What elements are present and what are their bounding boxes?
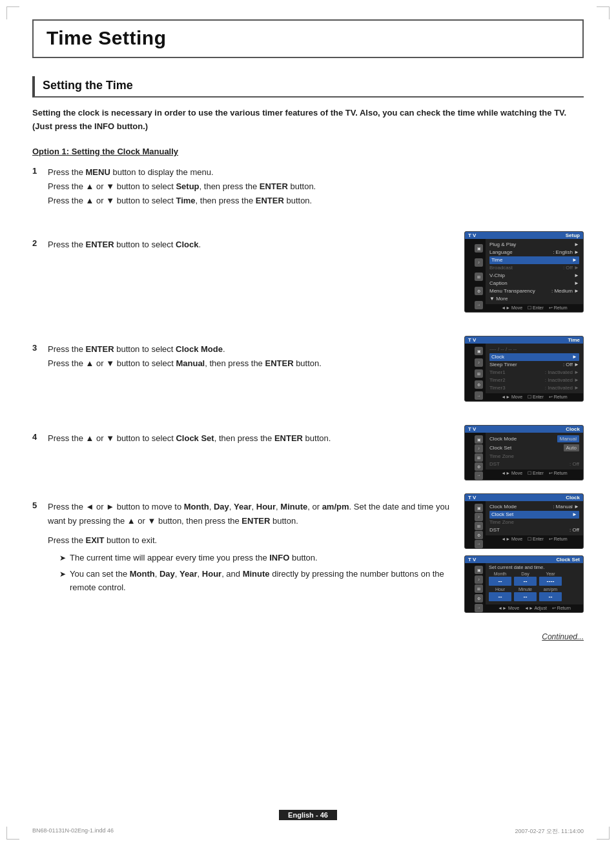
side-icon-i4: → [475, 540, 483, 548]
input-hour: -- [489, 592, 511, 601]
menu-row-clockmode2: Clock Mode: Manual ► [489, 503, 579, 511]
side-icon-i2: → [475, 391, 483, 400]
lang-page-box: English - 46 [279, 810, 337, 820]
side-icon-s3: ♪ [475, 444, 483, 453]
step-2-images: T V Setup ▣ ♪ ⊞ ⚙ → Plug & [464, 231, 584, 315]
step-2-content: Press the ENTER button to select Clock. [48, 238, 458, 252]
bullet-1: ➤ The current time will appear every tim… [59, 552, 458, 565]
step-4-images: T V Clock ▣ ♪ ⊞ ⚙ → [464, 425, 584, 483]
menu-row-caption: Caption► [489, 280, 579, 287]
bottom-lang: English [288, 811, 314, 819]
tv-clockset-left: T V [468, 557, 476, 562]
step-3-row: 3 Press the ENTER button to select Clock… [32, 342, 584, 404]
step-1-number: 1 [32, 166, 48, 176]
continued-text: Continued... [32, 632, 584, 641]
step-4-content: Press the ▲ or ▼ button to select Clock … [48, 431, 458, 446]
step-4-number: 4 [32, 432, 48, 442]
step-1-row: 1 Press the MENU button to display the m… [32, 165, 584, 208]
tv-menu-clock2: T V Clock ▣ ♪ ⊞ ⚙ → Clock [464, 493, 584, 549]
corner-tl [6, 6, 19, 19]
tv-time-footer: ◄► Move ☐ Enter ↩ Return [486, 393, 583, 401]
menu-row-time: Time► [489, 256, 579, 264]
tv-setup-footer: ◄► Move ☐ Enter ↩ Return [486, 304, 583, 312]
side-icon-se4: ⚙ [475, 531, 483, 539]
step-1-content: Press the MENU button to display the men… [48, 165, 584, 208]
step-5-left: 5 Press the ◄ or ► button to move to Mon… [32, 500, 458, 615]
menu-row-datetime: ---- / -- / -- -- [489, 346, 579, 353]
menu-row-clock: Clock► [489, 353, 579, 361]
side-icon-p4: ▣ [475, 504, 483, 512]
side-icon-se5: ⚙ [475, 594, 483, 603]
tv-time-left: T V [468, 337, 476, 343]
page-title: Time Setting [46, 27, 166, 48]
steps-area: 1 Press the MENU button to display the m… [32, 165, 584, 622]
menu-row-dst1: DST: Off [489, 460, 579, 468]
tv-menu-clockset: T V Clock Set ▣ ♪ ⊞ ⚙ → Se [464, 555, 584, 613]
col-month: Month [489, 572, 511, 576]
side-icon-c5: ⊞ [475, 584, 483, 593]
menu-row-sleep: Sleep Timer: Off ► [489, 361, 579, 369]
side-icon-c2: ⊞ [475, 369, 483, 378]
side-icon-i5: → [475, 604, 483, 612]
step-3-left: 3 Press the ENTER button to select Clock… [32, 342, 458, 404]
tv-clockset-right: Clock Set [557, 557, 580, 562]
corner-tr [597, 6, 610, 19]
tv-clock1-right: Clock [566, 426, 580, 432]
corner-bl [6, 827, 19, 840]
step-2-left: 2 Press the ENTER button to select Clock… [32, 238, 458, 315]
input-minute: -- [514, 592, 537, 601]
input-day: -- [514, 577, 537, 586]
menu-row-vchip: V-Chip► [489, 272, 579, 280]
tv-menu-setup-left: T V [468, 232, 476, 238]
tv-clock2-right: Clock [566, 495, 580, 500]
menu-row-clockset2: Clock Set► [489, 511, 579, 519]
col-hour: Hour [489, 587, 511, 592]
section-header: Setting the Time [32, 76, 584, 98]
menu-row-timezone1: Time Zone [489, 453, 579, 460]
menu-row-lang: Language: English ► [489, 249, 579, 256]
tv-clock1-footer: ◄► Move ☐ Enter ↩ Return [486, 469, 583, 477]
side-icon-setup: ⚙ [475, 287, 483, 295]
side-icon-channel: ⊞ [475, 273, 483, 281]
side-icon-c4: ⊞ [475, 522, 483, 530]
step-5-row: 5 Press the ◄ or ► button to move to Mon… [32, 500, 584, 615]
step-3-content: Press the ENTER button to select Clock M… [48, 342, 458, 371]
input-month: -- [489, 577, 511, 586]
step-3-images: T V Time ▣ ♪ ⊞ ⚙ → ---- / [464, 336, 584, 404]
print-right: 2007-02-27 오전. 11:14:00 [515, 827, 584, 836]
side-icon-c3: ⊞ [475, 453, 483, 462]
side-icon-picture: ▣ [475, 244, 483, 253]
side-icon-se2: ⚙ [475, 380, 483, 389]
side-icon-p2: ▣ [475, 347, 483, 355]
step-5-number: 5 [32, 500, 48, 510]
intro-para: Setting the clock is necessary in order … [32, 107, 584, 134]
menu-row-broadcast: Broadcast: Off ► [489, 264, 579, 272]
page-title-box: Time Setting [32, 19, 584, 58]
page-wrapper: Time Setting Setting the Time Setting th… [0, 0, 616, 846]
col-day: Day [514, 572, 537, 576]
menu-row-plug: Plug & Play► [489, 241, 579, 249]
input-year: ---- [539, 577, 562, 586]
tv-clock2-footer: ◄► Move ☐ Enter ↩ Return [486, 535, 583, 543]
tv-menu-setup-right: Setup [566, 232, 580, 238]
side-icon-s2: ♪ [475, 358, 483, 367]
step-4-row: 4 Press the ▲ or ▼ button to select Cloc… [32, 431, 584, 483]
menu-row-t2: Timer2: Inactivated ► [489, 377, 579, 384]
menu-row-more: ▼ More [489, 295, 579, 303]
step-5-content: Press the ◄ or ► button to move to Month… [48, 500, 458, 597]
tv-time-right: Time [568, 337, 580, 343]
side-icon-p5: ▣ [475, 566, 483, 574]
step-3-number: 3 [32, 343, 48, 353]
tv-menu-clock1: T V Clock ▣ ♪ ⊞ ⚙ → [464, 425, 584, 480]
bullet-2: ➤ You can set the Month, Day, Year, Hour… [59, 568, 458, 595]
step-2-number: 2 [32, 238, 48, 248]
section-title: Setting the Time [43, 79, 133, 92]
tv-menu-setup: T V Setup ▣ ♪ ⊞ ⚙ → Plug & [464, 231, 584, 313]
menu-row-clockset1: Clock Set Auto [489, 444, 579, 453]
step-2-row: 2 Press the ENTER button to select Clock… [32, 238, 584, 315]
menu-row-transparency: Menu Transparency: Medium ► [489, 287, 579, 295]
input-ampm: -- [539, 592, 562, 601]
side-icon-sound: ♪ [475, 258, 483, 267]
side-icon-s4: ♪ [475, 513, 483, 521]
side-icon-s5: ♪ [475, 575, 483, 584]
